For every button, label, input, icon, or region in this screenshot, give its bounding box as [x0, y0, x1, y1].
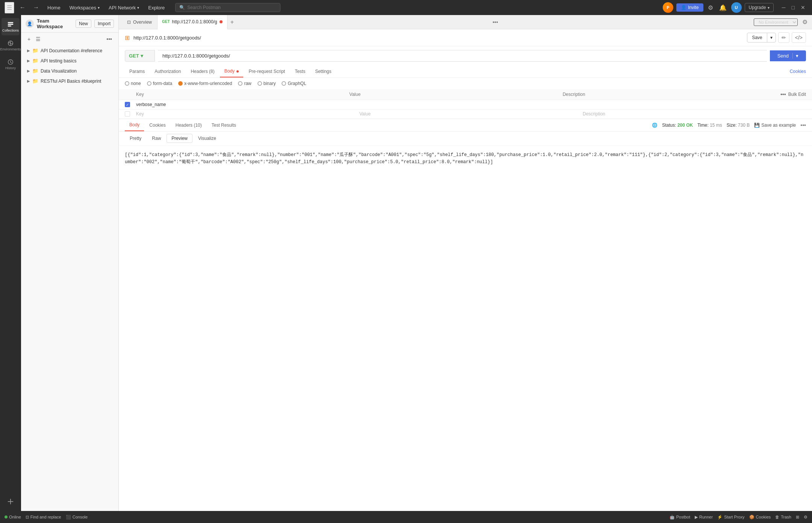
resp-tab-test-results[interactable]: Test Results: [207, 120, 241, 131]
start-proxy-item[interactable]: ⚡ Start Proxy: [717, 515, 744, 520]
collection-item-restful[interactable]: ▶ 📁 RESTful API Basics #blueprint: [21, 76, 118, 86]
overview-tab[interactable]: ⊡ Overview: [122, 15, 158, 29]
add-tab-button[interactable]: +: [227, 19, 237, 26]
code-button[interactable]: </>: [792, 32, 806, 43]
save-button[interactable]: Save ▾: [747, 33, 776, 42]
response-more-button[interactable]: •••: [800, 122, 806, 128]
menu-icon[interactable]: ☰: [5, 2, 14, 14]
back-button[interactable]: ←: [17, 3, 28, 12]
cookies-item[interactable]: 🍪 Cookies: [749, 515, 771, 520]
checkbox-checked-icon[interactable]: ✓: [125, 102, 130, 107]
postbot-item[interactable]: 🤖 Postbot: [670, 515, 690, 520]
table-key-header: Key: [136, 92, 349, 97]
resp-tab-body[interactable]: Body: [125, 119, 144, 131]
sidebar-item-add[interactable]: [2, 495, 20, 508]
settings-icon[interactable]: ⚙: [706, 3, 715, 13]
desc-input[interactable]: [583, 102, 806, 107]
fmt-tab-visualize[interactable]: Visualize: [193, 134, 221, 143]
desc-input[interactable]: [583, 111, 806, 117]
resp-tab-headers[interactable]: Headers (10): [171, 120, 206, 131]
minimize-button[interactable]: ─: [780, 4, 788, 11]
forward-button[interactable]: →: [31, 3, 41, 12]
trash-item[interactable]: 🗑 Trash: [775, 515, 791, 519]
online-status[interactable]: Online: [5, 515, 21, 519]
bell-icon[interactable]: 🔔: [718, 3, 728, 13]
tabs-more-button[interactable]: •••: [489, 19, 501, 25]
key-input[interactable]: [136, 102, 359, 107]
row-checkbox[interactable]: ✓: [125, 102, 136, 107]
method-badge: GET: [162, 20, 170, 24]
maximize-button[interactable]: □: [789, 4, 797, 11]
invite-button[interactable]: 👤 Invite: [676, 3, 703, 12]
console-item[interactable]: ⬛ Console: [66, 515, 88, 520]
row-checkbox[interactable]: [125, 111, 136, 117]
tab-params[interactable]: Params: [125, 66, 149, 77]
fmt-tab-raw[interactable]: Raw: [147, 134, 166, 143]
sidebar-item-collections[interactable]: Collections: [2, 18, 20, 35]
bulk-edit-button[interactable]: Bulk Edit: [788, 92, 806, 97]
table-row: ✓: [119, 100, 812, 109]
filter-button[interactable]: ☰: [34, 35, 42, 43]
radio-none[interactable]: none: [125, 81, 141, 86]
collection-item-api-docs[interactable]: ▶ 📁 API Documentation #reference: [21, 45, 118, 56]
cookies-link[interactable]: Cookies: [790, 69, 806, 74]
chevron-right-icon: ▶: [27, 59, 30, 63]
collection-item-api-testing[interactable]: ▶ 📁 API testing basics: [21, 56, 118, 66]
save-example-button[interactable]: 💾 Save as example: [754, 123, 796, 128]
tab-pre-request[interactable]: Pre-request Script: [244, 66, 289, 77]
radio-binary[interactable]: binary: [258, 81, 276, 86]
workspaces-dropdown[interactable]: Workspaces ▾: [67, 3, 103, 12]
layout-item[interactable]: ⊞: [796, 515, 799, 520]
upgrade-button[interactable]: Upgrade ▾: [745, 3, 774, 12]
save-dropdown-icon[interactable]: ▾: [767, 33, 776, 42]
gear-icon: ⚙: [804, 515, 807, 520]
explore-link[interactable]: Explore: [145, 3, 168, 12]
tab-authorization[interactable]: Authorization: [150, 66, 185, 77]
url-input[interactable]: [158, 50, 767, 62]
sidebar-item-environments[interactable]: Environments: [2, 37, 20, 54]
close-button[interactable]: ✕: [798, 4, 807, 11]
key-input[interactable]: [136, 111, 359, 117]
row-key: [136, 111, 359, 117]
api-network-dropdown[interactable]: API Network ▾: [106, 3, 142, 12]
radio-urlencoded[interactable]: x-www-form-urlencoded: [178, 81, 232, 86]
collection-item-data-viz[interactable]: ▶ 📁 Data Visualization: [21, 66, 118, 76]
statusbar-left: Online ⊡ Find and replace ⬛ Console: [5, 515, 88, 520]
request-header: ⊞ http://127.0.0.1:8000/getgoods/ Save ▾…: [119, 29, 812, 46]
edit-button[interactable]: ✏: [778, 32, 789, 43]
value-input[interactable]: [359, 102, 583, 107]
resp-tab-cookies[interactable]: Cookies: [145, 120, 170, 131]
more-options-button[interactable]: •••: [105, 35, 114, 43]
search-input[interactable]: [187, 5, 276, 10]
request-tab[interactable]: GET http://127.0.0.1:8000/g: [158, 15, 227, 29]
environment-select[interactable]: No Environment: [754, 18, 798, 26]
fmt-tab-pretty[interactable]: Pretty: [125, 134, 146, 143]
sidebar-item-history[interactable]: History: [2, 56, 20, 73]
method-select[interactable]: GET ▾: [125, 50, 155, 62]
search-bar[interactable]: 🔍: [175, 3, 280, 12]
tab-body[interactable]: Body: [220, 65, 244, 77]
runner-item[interactable]: ▶ Runner: [695, 515, 713, 520]
new-button[interactable]: New: [76, 20, 91, 28]
home-link[interactable]: Home: [44, 3, 64, 12]
radio-graphql[interactable]: GraphQL: [282, 81, 306, 86]
value-input[interactable]: [359, 111, 583, 117]
import-button[interactable]: Import: [94, 20, 114, 28]
send-button[interactable]: Send ▾: [770, 50, 806, 61]
checkbox-unchecked-icon[interactable]: [125, 111, 130, 117]
row-value: [359, 102, 583, 107]
environments-icon: [7, 40, 14, 47]
table-row: [119, 109, 812, 119]
tab-settings[interactable]: Settings: [311, 66, 336, 77]
env-settings-icon[interactable]: ⚙: [801, 17, 809, 27]
tab-tests[interactable]: Tests: [290, 66, 310, 77]
table-more-button[interactable]: •••: [780, 91, 786, 97]
add-collection-button[interactable]: +: [26, 35, 32, 43]
row-key: [136, 102, 359, 107]
tab-headers[interactable]: Headers (8): [186, 66, 219, 77]
settings-item[interactable]: ⚙: [804, 515, 807, 520]
radio-form-data[interactable]: form-data: [147, 81, 172, 86]
fmt-tab-preview[interactable]: Preview: [167, 134, 192, 143]
find-replace-item[interactable]: ⊡ Find and replace: [26, 515, 61, 520]
radio-raw[interactable]: raw: [238, 81, 251, 86]
